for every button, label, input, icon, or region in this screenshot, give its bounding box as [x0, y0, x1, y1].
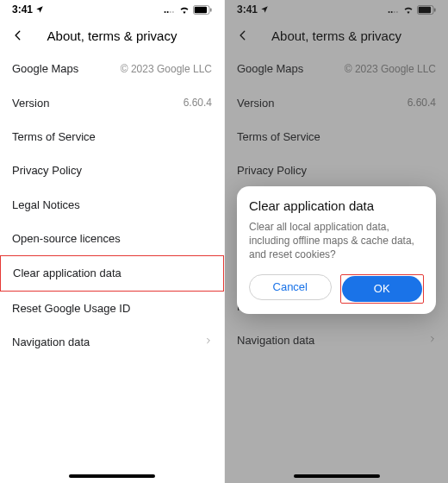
cancel-button[interactable]: Cancel	[249, 274, 332, 300]
row-version: Version 6.60.4	[225, 85, 448, 119]
status-time: 3:41	[12, 3, 33, 16]
row-navigation-data: Navigation data	[225, 323, 448, 357]
svg-point-7	[389, 11, 390, 13]
row-privacy-policy: Privacy Policy	[225, 154, 448, 187]
status-bar: 3:41	[0, 0, 224, 19]
row-value: © 2023 Google LLC	[121, 63, 212, 75]
page-title: About, terms & privacy	[0, 28, 224, 43]
chevron-right-icon	[205, 336, 212, 348]
battery-icon	[417, 5, 436, 15]
phone-right: 3:41	[224, 0, 448, 483]
location-icon	[260, 5, 269, 14]
row-label: Navigation data	[237, 334, 314, 347]
svg-rect-5	[195, 6, 207, 13]
dialog-actions: Cancel OK	[249, 274, 424, 304]
row-reset-google-usage-id[interactable]: Reset Google Usage ID	[0, 292, 224, 325]
row-google-maps[interactable]: Google Maps © 2023 Google LLC	[0, 52, 224, 85]
svg-point-10	[396, 11, 398, 13]
svg-rect-12	[419, 6, 431, 13]
row-label: Privacy Policy	[237, 164, 307, 177]
row-label: Google Maps	[237, 62, 303, 75]
row-label: Terms of Service	[12, 130, 96, 143]
row-clear-application-data[interactable]: Clear application data	[0, 255, 224, 291]
row-google-maps: Google Maps © 2023 Google LLC	[225, 52, 448, 85]
ok-button-highlight: OK	[340, 274, 425, 304]
dialog-title: Clear application data	[249, 198, 424, 213]
nav-bar: About, terms & privacy	[0, 19, 224, 52]
back-button[interactable]	[233, 26, 252, 45]
status-bar: 3:41	[225, 0, 448, 19]
row-open-source-licences[interactable]: Open-source licences	[0, 222, 224, 255]
battery-icon	[193, 5, 212, 15]
wifi-icon	[402, 5, 414, 14]
svg-point-0	[165, 11, 166, 13]
nav-bar: About, terms & privacy	[225, 19, 448, 52]
row-label: Version	[12, 97, 49, 110]
row-label: Privacy Policy	[12, 164, 82, 177]
back-button[interactable]	[9, 26, 28, 45]
signal-icon	[164, 5, 176, 14]
row-value: 6.60.4	[408, 97, 436, 109]
row-label: Version	[237, 97, 274, 110]
clear-data-dialog: Clear application data Clear all local a…	[237, 186, 436, 314]
row-privacy-policy[interactable]: Privacy Policy	[0, 154, 224, 187]
row-label: Open-source licences	[12, 232, 121, 245]
svg-point-2	[170, 11, 171, 13]
svg-point-1	[167, 11, 169, 13]
status-time: 3:41	[237, 3, 258, 16]
home-indicator	[294, 474, 380, 478]
row-legal-notices[interactable]: Legal Notices	[0, 188, 224, 222]
svg-point-3	[172, 11, 174, 13]
row-label: Legal Notices	[12, 198, 80, 211]
row-label: Terms of Service	[237, 130, 320, 143]
chevron-left-icon	[237, 29, 249, 41]
chevron-left-icon	[12, 29, 24, 41]
chevron-right-icon	[429, 334, 436, 347]
row-value: 6.60.4	[184, 97, 212, 109]
row-navigation-data[interactable]: Navigation data	[0, 325, 224, 359]
location-icon	[35, 5, 44, 14]
svg-point-8	[391, 11, 393, 13]
home-indicator	[69, 474, 155, 478]
dialog-body: Clear all local application data, includ…	[249, 220, 424, 262]
row-label: Navigation data	[12, 336, 90, 348]
svg-point-9	[394, 11, 395, 13]
row-version: Version 6.60.4	[0, 85, 224, 119]
svg-rect-6	[210, 8, 212, 11]
ok-button[interactable]: OK	[342, 276, 423, 302]
phone-left: 3:41	[0, 0, 224, 483]
row-terms-of-service[interactable]: Terms of Service	[0, 120, 224, 154]
signal-icon	[388, 5, 400, 14]
wifi-icon	[178, 5, 190, 14]
row-terms-of-service: Terms of Service	[225, 120, 448, 154]
settings-list: Google Maps © 2023 Google LLC Version 6.…	[0, 52, 224, 359]
row-value: © 2023 Google LLC	[345, 63, 436, 75]
svg-rect-13	[434, 8, 436, 11]
row-label: Clear application data	[13, 267, 121, 279]
page-title: About, terms & privacy	[225, 28, 448, 43]
row-label: Reset Google Usage ID	[12, 302, 130, 315]
row-label: Google Maps	[12, 62, 78, 75]
